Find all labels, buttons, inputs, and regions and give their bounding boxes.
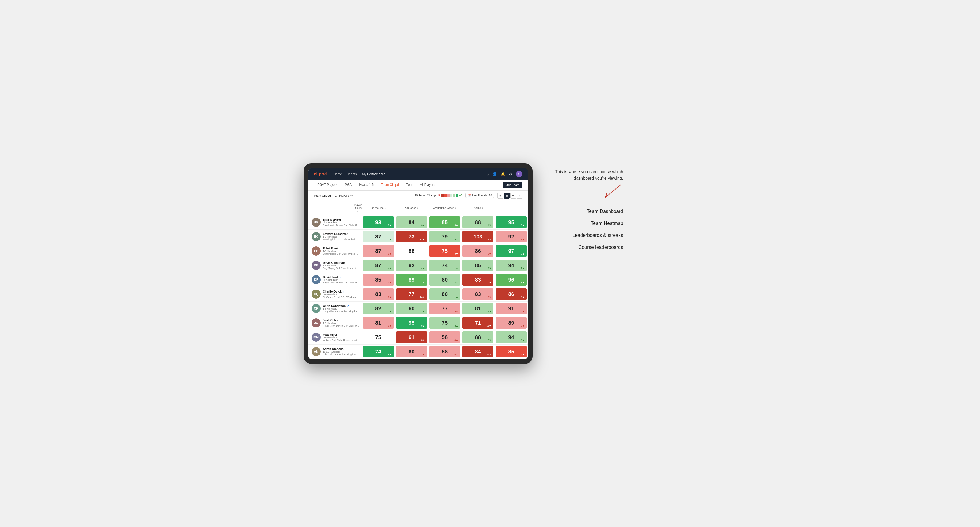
score-value: 71: [475, 320, 481, 326]
player-info[interactable]: CQCharlie Quick ✓6-10 HandicapSt. George…: [309, 288, 362, 300]
player-info[interactable]: BMBlair McHargPlus HandicapRoyal North D…: [309, 216, 362, 229]
score-value: 85: [475, 262, 481, 268]
score-change: 3▼: [454, 252, 458, 255]
score-change: 8▲: [421, 324, 425, 327]
player-info[interactable]: JCJosh Coles1-5 HandicapRoyal North Devo…: [309, 317, 362, 329]
tab-pgat-players[interactable]: PGAT Players: [314, 179, 341, 190]
score-value: 94: [508, 334, 514, 340]
tab-team-clippd[interactable]: Team Clippd: [377, 179, 402, 190]
score-value: 85: [442, 219, 448, 225]
player-info[interactable]: DBDave Billingham1-5 HandicapGog Magog G…: [309, 259, 362, 271]
score-change: 15▲: [486, 238, 492, 241]
table-row: DBDave Billingham1-5 HandicapGog Magog G…: [309, 259, 528, 273]
score-cell: 813▼: [363, 317, 394, 329]
score-cell: 892▼: [496, 317, 527, 329]
player-info[interactable]: DFDavid Ford ✓Plus HandicapRoyal North D…: [309, 274, 362, 286]
score-value: 86: [508, 291, 514, 297]
score-cell: 873▼: [363, 245, 394, 257]
card-view-button[interactable]: ☰: [510, 193, 516, 198]
tab-tour[interactable]: Tour: [402, 179, 416, 190]
tablet-screen: clippd Home Teams My Performance ⌕ 👤 🔔 ⚙…: [309, 168, 528, 359]
player-club: Royal North Devon Golf Club, United King…: [323, 324, 360, 327]
player-avatar: JC: [312, 318, 321, 327]
player-handicap: 1-5 Handicap: [323, 236, 360, 238]
player-avatar: CQ: [312, 290, 321, 298]
annotation-item-2: Team Heatmap: [543, 221, 623, 226]
settings-icon[interactable]: ⚙: [509, 172, 512, 176]
score-change: 1▲: [388, 238, 392, 241]
player-name: Elliot Ebert: [323, 247, 360, 250]
nav-icons: ⌕ 👤 🔔 ⚙ U: [487, 171, 522, 177]
score-value: 89: [508, 320, 514, 326]
search-icon[interactable]: ⌕: [487, 172, 488, 176]
score-cell: 8310▼: [462, 274, 493, 286]
col-approach[interactable]: Approach ↓: [395, 203, 428, 213]
annotation-item-3: Leaderboards & streaks: [543, 233, 623, 238]
score-value: 85: [508, 349, 514, 355]
score-change: 1▲: [521, 267, 525, 270]
logo: clippd: [314, 171, 327, 176]
nav-link-performance[interactable]: My Performance: [362, 171, 385, 177]
score-change: 4▲: [388, 267, 392, 270]
col-putting[interactable]: Putting ↓: [461, 203, 495, 213]
player-details: Chris Robertson ✓1-5 HandicapCraigmillar…: [323, 304, 360, 313]
calendar-icon: 📅: [468, 194, 471, 197]
edit-icon[interactable]: ✏: [350, 194, 353, 197]
player-details: Matt Miller6-10 HandicapWoburn Golf Club…: [323, 333, 360, 341]
bell-icon[interactable]: 🔔: [501, 172, 505, 176]
score-cell: 975▲: [496, 245, 527, 257]
score-value: 88: [475, 334, 481, 340]
nav-link-teams[interactable]: Teams: [347, 171, 356, 177]
player-name: Dave Billingham: [323, 261, 360, 264]
player-info[interactable]: MMMatt Miller6-10 HandicapWoburn Golf Cl…: [309, 331, 362, 343]
player-info[interactable]: CRChris Robertson ✓1-5 HandicapCraigmill…: [309, 302, 362, 314]
user-icon[interactable]: 👤: [492, 172, 497, 176]
last-rounds-button[interactable]: 📅 Last Rounds: 20: [466, 193, 494, 198]
score-change: 4▼: [521, 353, 525, 356]
col-around-green[interactable]: Around the Green ↓: [428, 203, 461, 213]
player-info[interactable]: ANAaron Nicholls11-15 HandicapDrift Golf…: [309, 346, 362, 358]
sort-button[interactable]: ↑: [517, 193, 522, 198]
grid-view-button[interactable]: ⊞: [498, 193, 503, 198]
score-change: 11▼: [486, 324, 492, 327]
score-change: 14▼: [420, 296, 425, 298]
player-avatar: EE: [312, 246, 321, 256]
score-cell: 824▲: [396, 259, 427, 271]
table-view-button[interactable]: ▦: [504, 193, 510, 198]
score-value: 88: [409, 248, 414, 254]
player-handicap: 1-5 Handicap: [323, 307, 360, 310]
player-info[interactable]: EEElliot Ebert1-5 HandicapSunningdale Go…: [309, 245, 362, 257]
player-club: Woburn Golf Club, United Kingdom: [323, 339, 360, 341]
svg-marker-0: [605, 195, 608, 198]
score-change: 1▲: [454, 296, 458, 298]
player-avatar: AN: [312, 347, 321, 356]
score-cell: 7714▼: [396, 288, 427, 300]
player-club: St. George's Hill GC - Weybridge - Surre…: [323, 296, 360, 298]
avatar[interactable]: U: [516, 171, 522, 177]
score-cell: 871▲: [363, 231, 394, 243]
score-cell: 601▼: [396, 346, 427, 357]
tab-all-players[interactable]: All Players: [416, 179, 439, 190]
player-name: Chris Robertson ✓: [323, 304, 360, 307]
col-off-tee[interactable]: Off the Tee ↓: [362, 203, 395, 213]
table-row: ECEdward Crossman1-5 HandicapSunningdale…: [309, 230, 528, 244]
nav-link-home[interactable]: Home: [333, 171, 342, 177]
table-row: JCJosh Coles1-5 HandicapRoyal North Devo…: [309, 316, 528, 330]
col-player-quality[interactable]: Player Quality ↓: [309, 203, 362, 213]
player-details: Edward Crossman1-5 HandicapSunningdale G…: [323, 232, 360, 241]
seg-red-1: [441, 194, 444, 197]
score-cell: 882▼: [462, 332, 493, 343]
tab-hcaps[interactable]: Hcaps 1-5: [355, 179, 377, 190]
score-value: 95: [508, 219, 514, 225]
tab-pga[interactable]: PGA: [341, 179, 355, 190]
player-club: Sunningdale Golf Club, United Kingdom: [323, 252, 360, 255]
score-value: 80: [442, 277, 448, 283]
score-change: 3▼: [388, 296, 392, 298]
player-name: David Ford ✓: [323, 275, 360, 279]
player-info[interactable]: ECEdward Crossman1-5 HandicapSunningdale…: [309, 230, 362, 243]
score-cell: 854▼: [496, 346, 527, 357]
team-name: Team Clippd: [314, 194, 331, 197]
player-handicap: 1-5 Handicap: [323, 322, 360, 324]
score-cell: 7311▼: [396, 231, 427, 243]
add-team-button[interactable]: Add Team: [503, 182, 522, 188]
